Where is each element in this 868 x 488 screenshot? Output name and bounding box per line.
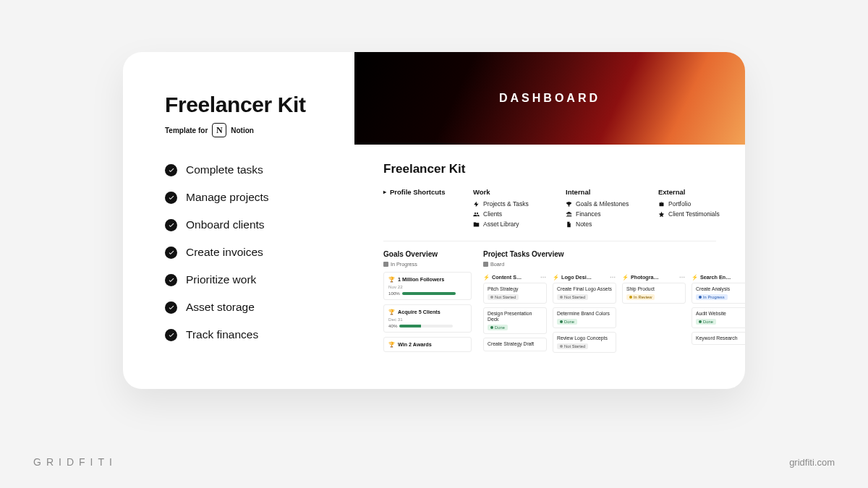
tasks-overview: Project Tasks Overview Board ⚡Content S……	[483, 250, 745, 356]
more-icon[interactable]: ⋯	[610, 274, 616, 281]
bolt-icon: ⚡	[483, 274, 490, 281]
promo-left: Freelancer Kit Template for N Notion Com…	[123, 52, 354, 389]
work-heading: Work	[473, 188, 545, 196]
external-column: External Portfolio Client Testimonials	[658, 188, 731, 231]
task-card[interactable]: Keyword Research	[692, 332, 745, 345]
template-for-line: Template for N Notion	[165, 123, 349, 137]
link-testimonials[interactable]: Client Testimonials	[658, 210, 731, 218]
caret-right-icon: ▸	[383, 189, 386, 195]
tasks-filter[interactable]: Board	[483, 261, 745, 267]
task-card[interactable]: Review Logo ConceptsNot Started	[553, 332, 616, 353]
banner-title: DASHBOARD	[499, 92, 600, 105]
bolt-icon	[473, 201, 480, 207]
goal-card[interactable]: 🏆Win 2 Awards	[383, 337, 472, 352]
feature-label: Prioritize work	[186, 273, 256, 286]
profile-shortcuts-toggle[interactable]: ▸ Profile Shortcuts	[383, 188, 453, 196]
board-column: ⚡Search En…⋯Create AnalysisIn ProgressAu…	[692, 272, 745, 356]
status-badge: In Progress	[696, 294, 728, 300]
feature-label: Complete tasks	[186, 163, 263, 176]
profile-shortcuts-label: Profile Shortcuts	[390, 188, 446, 196]
notion-logo-icon: N	[212, 123, 226, 137]
feature-label: Asset storage	[186, 301, 255, 314]
check-icon	[165, 247, 177, 259]
feature-label: Onboard clients	[186, 218, 265, 231]
overview-row: Goals Overview In Progress 🏆1 Million Fo…	[383, 250, 745, 356]
task-card[interactable]: Create AnalysisIn Progress	[692, 283, 745, 304]
status-badge: Done	[696, 319, 716, 325]
board-column-header[interactable]: ⚡Photogra…⋯	[622, 272, 686, 283]
feature-label: Create invoices	[186, 246, 263, 259]
trophy-icon: 🏆	[388, 341, 395, 348]
shortcuts-row: ▸ Profile Shortcuts Work Projects & Task…	[383, 188, 745, 231]
feature-item: Complete tasks	[165, 163, 349, 176]
page-title: Freelancer Kit	[383, 162, 745, 176]
link-projects-tasks[interactable]: Projects & Tasks	[473, 200, 545, 207]
goal-card[interactable]: 🏆Acquire 5 ClientsDec 3140%	[383, 304, 472, 333]
task-board: ⚡Content S…⋯Pitch StrategyNot StartedDes…	[483, 272, 745, 356]
goals-filter[interactable]: In Progress	[383, 261, 472, 267]
goals-overview: Goals Overview In Progress 🏆1 Million Fo…	[383, 250, 472, 356]
check-icon	[165, 192, 177, 204]
check-icon	[165, 301, 177, 314]
board-column-header[interactable]: ⚡Content S…⋯	[483, 272, 547, 283]
task-card[interactable]: Pitch StrategyNot Started	[483, 283, 547, 304]
bolt-icon: ⚡	[553, 274, 559, 281]
bank-icon	[566, 211, 572, 218]
divider	[383, 241, 716, 241]
task-card[interactable]: Audit WebsiteDone	[692, 307, 745, 328]
feature-list: Complete tasksManage projectsOnboard cli…	[165, 163, 349, 341]
tasks-title: Project Tasks Overview	[483, 250, 745, 258]
profile-shortcuts[interactable]: ▸ Profile Shortcuts	[383, 188, 453, 231]
feature-item: Manage projects	[165, 191, 349, 204]
external-heading: External	[658, 188, 731, 196]
star-icon	[658, 211, 665, 218]
goals-title: Goals Overview	[383, 250, 472, 258]
task-card[interactable]: Design Presentation DeckDone	[483, 307, 547, 334]
board-column-header[interactable]: ⚡Search En…⋯	[692, 272, 745, 283]
trophy-icon	[566, 201, 572, 207]
promo-title: Freelancer Kit	[165, 93, 349, 117]
status-badge: Done	[488, 325, 508, 330]
task-card[interactable]: Create Strategy Draft	[483, 338, 547, 351]
task-card[interactable]: Ship ProductIn Review	[622, 283, 686, 304]
bolt-icon: ⚡	[692, 274, 698, 281]
board-column-header[interactable]: ⚡Logo Desi…⋯	[553, 272, 616, 283]
link-notes[interactable]: Notes	[566, 221, 638, 228]
task-card[interactable]: Determine Brand ColorsDone	[553, 307, 616, 328]
link-finances[interactable]: Finances	[566, 210, 638, 218]
notion-name: Notion	[231, 127, 254, 134]
list-icon	[383, 262, 388, 267]
more-icon[interactable]: ⋯	[540, 274, 547, 281]
task-card[interactable]: Create Final Logo AssetsNot Started	[553, 283, 616, 304]
feature-item: Track finances	[165, 328, 349, 341]
check-icon	[165, 164, 177, 176]
goal-card[interactable]: 🏆1 Million FollowersNov 22100%	[383, 272, 472, 300]
people-icon	[473, 211, 480, 218]
briefcase-icon	[658, 201, 665, 207]
board-icon	[483, 262, 488, 267]
feature-item: Asset storage	[165, 301, 349, 314]
status-badge: Done	[557, 319, 577, 325]
folder-icon	[473, 221, 480, 228]
status-badge: Not Started	[557, 294, 588, 300]
more-icon[interactable]: ⋯	[679, 274, 686, 281]
dashboard-banner: DASHBOARD	[354, 52, 745, 145]
feature-label: Manage projects	[186, 191, 269, 204]
feature-item: Onboard clients	[165, 218, 349, 231]
link-asset-library[interactable]: Asset Library	[473, 221, 545, 228]
feature-label: Track finances	[186, 328, 258, 341]
board-column: ⚡Content S…⋯Pitch StrategyNot StartedDes…	[483, 272, 547, 356]
check-icon	[165, 219, 177, 231]
trophy-icon: 🏆	[388, 276, 395, 283]
brand-url[interactable]: gridfiti.com	[789, 457, 835, 468]
template-for-label: Template for	[165, 127, 208, 134]
status-badge: Not Started	[557, 343, 588, 349]
link-portfolio[interactable]: Portfolio	[658, 200, 731, 207]
bolt-icon: ⚡	[622, 274, 629, 281]
link-goals[interactable]: Goals & Milestones	[566, 200, 638, 207]
notion-page: Freelancer Kit ▸ Profile Shortcuts Work …	[354, 145, 745, 356]
feature-item: Prioritize work	[165, 273, 349, 286]
check-icon	[165, 329, 177, 341]
link-clients[interactable]: Clients	[473, 210, 545, 218]
internal-heading: Internal	[566, 188, 638, 196]
